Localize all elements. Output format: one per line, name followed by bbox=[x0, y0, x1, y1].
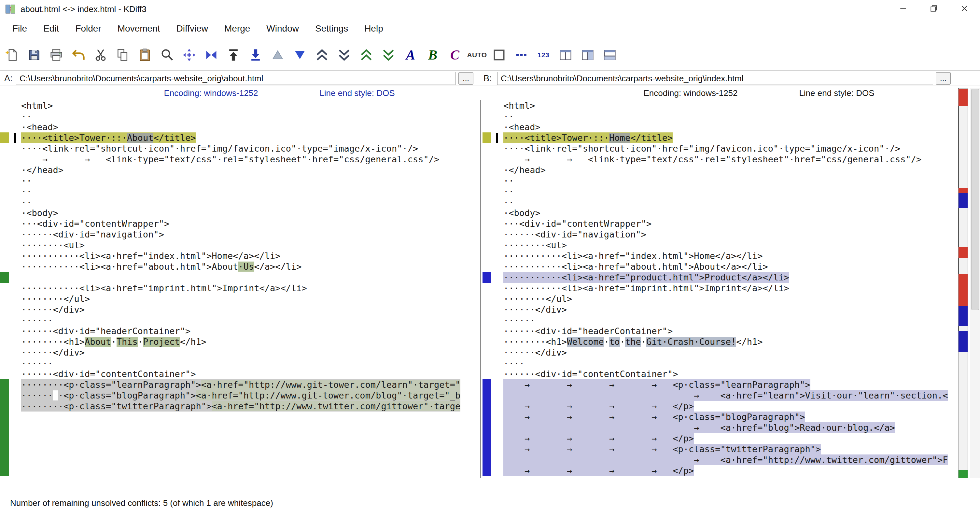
code-line-a: ·· bbox=[0, 186, 479, 197]
overview-red-block bbox=[959, 89, 967, 106]
code-line-b: → → → → </p> bbox=[482, 401, 957, 411]
pane-a-path-input[interactable] bbox=[16, 72, 455, 85]
menu-window[interactable]: Window bbox=[258, 18, 307, 40]
go-next-conflict-button[interactable] bbox=[336, 46, 353, 63]
code-line-b: ···<div·id="contentWrapper"> bbox=[482, 218, 957, 229]
code-line-b: → → → → <p·class="blogParagraph"> bbox=[482, 411, 957, 422]
unsolved-conflicts-status: Number of remaining unsolved conflicts: … bbox=[10, 498, 273, 508]
encoding-row: Encoding: windows-1252 Line end style: D… bbox=[0, 86, 980, 100]
overview-red-block bbox=[959, 274, 967, 306]
menu-file[interactable]: File bbox=[4, 18, 35, 40]
select-line-b-button[interactable]: B bbox=[424, 46, 441, 63]
code-line-a: ·· bbox=[0, 197, 479, 208]
diff-overview-column[interactable] bbox=[958, 88, 968, 478]
auto-advance-button[interactable]: AUTO bbox=[469, 46, 485, 63]
pane-a-line-end-label: Line end style: DOS bbox=[320, 86, 395, 100]
go-next-unsolved-conflict-button[interactable] bbox=[380, 46, 397, 63]
pane-splitter[interactable] bbox=[479, 100, 482, 478]
paste-button[interactable] bbox=[137, 46, 153, 63]
copy-button[interactable] bbox=[114, 46, 131, 63]
go-prev-delta-button[interactable] bbox=[269, 46, 286, 63]
split-view-button-2[interactable] bbox=[579, 46, 596, 63]
go-prev-conflict-button[interactable] bbox=[313, 46, 331, 63]
code-line-b: ······</div> bbox=[482, 347, 957, 358]
code-line-b: ·· bbox=[482, 111, 957, 122]
code-line-b: → → → → </p> bbox=[482, 465, 957, 476]
overview-blue-block bbox=[959, 306, 967, 326]
menu-folder[interactable]: Folder bbox=[67, 18, 109, 40]
letter-icon: C bbox=[450, 48, 460, 62]
code-line-a: ······ bbox=[0, 358, 479, 369]
scrollbar-thumb[interactable] bbox=[971, 89, 979, 310]
overview-red-block bbox=[959, 247, 967, 258]
code-line-b: ·<body> bbox=[482, 208, 957, 218]
menu-merge[interactable]: Merge bbox=[216, 18, 258, 40]
pane-b-browse-button[interactable]: ... bbox=[936, 72, 951, 84]
diff-pane-a[interactable]: <html>···<head>····<title>Tower·::·About… bbox=[0, 100, 479, 478]
title-bar[interactable]: about.html <-> index.html - KDiff3 bbox=[0, 0, 980, 18]
go-first-delta-button[interactable] bbox=[225, 46, 242, 63]
code-line-b: ······<div·id="contentContainer"> bbox=[482, 369, 957, 379]
split-view-button-3[interactable] bbox=[601, 46, 618, 63]
close-icon bbox=[959, 3, 969, 15]
vertical-scrollbar[interactable] bbox=[970, 88, 980, 478]
pane-a-browse-button[interactable]: ... bbox=[458, 72, 473, 84]
close-button[interactable] bbox=[949, 0, 980, 18]
go-current-delta-button[interactable] bbox=[181, 46, 197, 63]
code-line-b: → <a·href="learn">Visit·our·"learn"·sect… bbox=[482, 390, 957, 401]
code-line-a bbox=[0, 272, 479, 283]
go-last-delta-button[interactable] bbox=[247, 46, 264, 63]
go-next-delta-button[interactable] bbox=[291, 46, 308, 63]
new-file-button[interactable] bbox=[3, 46, 21, 63]
code-line-b: ···· bbox=[482, 358, 957, 369]
code-line-a: ·<body> bbox=[0, 208, 479, 218]
code-line-b: → <a·href="blog">Read·our·blog.</a> bbox=[482, 422, 957, 433]
code-line-b: ·· bbox=[482, 175, 957, 186]
show-whitespace-button[interactable] bbox=[491, 46, 508, 63]
restore-button[interactable] bbox=[918, 0, 949, 18]
code-line-a: ····<link·rel="shortcut·icon"·href="img/… bbox=[0, 143, 479, 154]
find-icon bbox=[160, 48, 174, 62]
show-line-numbers-button[interactable]: 123 bbox=[535, 46, 552, 63]
menu-edit[interactable]: Edit bbox=[35, 18, 67, 40]
menu-settings[interactable]: Settings bbox=[307, 18, 356, 40]
minimize-button[interactable] bbox=[888, 0, 918, 18]
code-line-a: ······</div> bbox=[0, 347, 479, 358]
menu-help[interactable]: Help bbox=[356, 18, 391, 40]
code-line-b: ······<div·id="headerContainer"> bbox=[482, 326, 957, 336]
save-icon bbox=[27, 48, 41, 62]
double-chevron-up-icon bbox=[315, 48, 329, 62]
code-line-a: ······</div> bbox=[0, 304, 479, 315]
menu-movement[interactable]: Movement bbox=[110, 18, 168, 40]
code-line-b: → → → → </p> bbox=[482, 433, 957, 444]
show-whitespace-chars-button[interactable] bbox=[513, 46, 530, 63]
undo-button[interactable] bbox=[70, 46, 87, 63]
diff-pane-b[interactable]: <html>···<head>····<title>Tower·::·Home<… bbox=[482, 100, 957, 478]
pane-b-encoding-label: Encoding: windows-1252 bbox=[643, 86, 737, 100]
overview-green-block bbox=[959, 470, 967, 478]
find-button[interactable] bbox=[159, 46, 175, 63]
pane-b-path-input[interactable] bbox=[497, 72, 933, 85]
code-line-b: ···········<li><a·href="product.html">Pr… bbox=[482, 272, 957, 283]
code-line-b: ···········<li><a·href="index.html">Home… bbox=[482, 251, 957, 261]
go-prev-unsolved-conflict-button[interactable] bbox=[358, 46, 375, 63]
go-current-conflict-button[interactable] bbox=[203, 46, 220, 63]
code-line-a: ····<title>Tower·::·About</title> bbox=[0, 132, 479, 143]
menu-diffview[interactable]: Diffview bbox=[168, 18, 216, 40]
letter-icon: A bbox=[406, 48, 415, 62]
new-file-icon bbox=[5, 48, 19, 62]
select-line-c-button[interactable]: C bbox=[446, 46, 463, 63]
code-line-a: ······<div·id="contentContainer"> bbox=[0, 369, 479, 379]
kdiff3-window: about.html <-> index.html - KDiff3 FileE… bbox=[0, 0, 980, 514]
code-line-b: → → → → <p·class="twitterParagraph"> bbox=[482, 444, 957, 454]
window-controls bbox=[888, 0, 980, 18]
print-button[interactable] bbox=[48, 46, 65, 63]
split-view-button-1[interactable] bbox=[557, 46, 574, 63]
select-line-a-button[interactable]: A bbox=[402, 46, 419, 63]
save-button[interactable] bbox=[26, 46, 43, 63]
copy-icon bbox=[116, 48, 130, 62]
text-icon: 123 bbox=[538, 51, 550, 59]
code-line-b: → → <link·type="text/css"·rel="styleshee… bbox=[482, 154, 957, 165]
pane-b-letter: B: bbox=[484, 71, 492, 86]
cut-button[interactable] bbox=[92, 46, 109, 63]
